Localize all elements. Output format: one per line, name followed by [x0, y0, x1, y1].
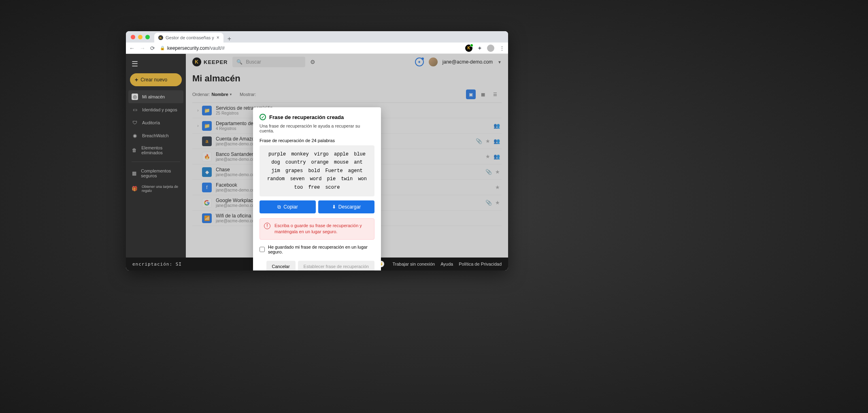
- sort-value[interactable]: Nombre: [211, 92, 228, 97]
- tab-title: Gestor de contraseñas y: [166, 35, 214, 40]
- wifi-icon: 📶: [202, 213, 212, 223]
- dialog-footer: Cancelar Establecer frase de recuperació…: [260, 261, 374, 270]
- filter-icon[interactable]: ⚙: [310, 59, 315, 65]
- avatar[interactable]: [429, 57, 438, 66]
- sidebar-item-addons[interactable]: ▦ Complementos seguros: [126, 165, 186, 181]
- share-icon[interactable]: 👥: [494, 123, 500, 129]
- confirm-checkbox-row[interactable]: He guardado mi frase de recuperación en …: [260, 245, 374, 254]
- browser-window: K Gestor de contraseñas y × + ← → ⟳ 🔒 ke…: [126, 31, 508, 270]
- chevron-down-icon[interactable]: ▼: [229, 93, 232, 96]
- copy-button[interactable]: ⧉ Copiar: [260, 200, 316, 213]
- back-button[interactable]: ←: [129, 45, 135, 51]
- star-icon[interactable]: ★: [495, 200, 500, 206]
- confirm-button[interactable]: Establecer frase de recuperación: [298, 261, 374, 270]
- forward-button[interactable]: →: [140, 45, 145, 51]
- view-switcher: ▣ ▦ ☰: [466, 89, 502, 99]
- warning-text: Escriba o guarde su frase de recuperació…: [274, 223, 370, 235]
- create-label: Crear nuevo: [140, 77, 167, 83]
- gift-icon: 🎁: [132, 185, 138, 192]
- logo: K KEEPER: [192, 57, 228, 66]
- cancel-button[interactable]: Cancelar: [266, 261, 296, 270]
- download-label: Descargar: [338, 204, 361, 210]
- keeper-extension-icon[interactable]: K: [465, 45, 472, 52]
- reload-button[interactable]: ⟳: [150, 45, 155, 51]
- download-button[interactable]: ⬇ Descargar: [318, 200, 374, 213]
- grid-view-icon[interactable]: ▦: [478, 89, 488, 99]
- star-icon[interactable]: ★: [495, 184, 500, 190]
- radar-icon: ◉: [132, 132, 138, 139]
- facebook-icon: f: [202, 183, 212, 192]
- sort-label: Ordenar:: [192, 92, 210, 97]
- menu-icon[interactable]: ⋮: [499, 45, 505, 51]
- sidebar-item-label: Complementos seguros: [141, 168, 180, 178]
- search-placeholder: Buscar: [246, 59, 261, 65]
- folder-view-icon[interactable]: ▣: [466, 89, 476, 99]
- warning-box: ! Escriba o guarde su frase de recuperac…: [260, 218, 374, 240]
- compass-icon[interactable]: ✦: [415, 57, 424, 66]
- sidebar-item-deleted[interactable]: 🗑 Elementos eliminados: [126, 142, 186, 158]
- star-icon[interactable]: ★: [485, 153, 490, 160]
- address-bar: ← → ⟳ 🔒 keepersecurity.com/vault/# K ✦ ⋮: [126, 43, 508, 54]
- list-view-icon[interactable]: ☰: [490, 89, 500, 99]
- share-icon[interactable]: 👥: [494, 138, 500, 144]
- sidebar-item-label: Auditoría: [142, 120, 160, 125]
- create-button[interactable]: + Crear nuevo: [130, 73, 182, 86]
- star-icon[interactable]: ★: [495, 169, 500, 175]
- hamburger-icon[interactable]: ☰: [126, 58, 186, 72]
- profile-icon[interactable]: [487, 45, 494, 52]
- vault-icon: ◎: [132, 94, 138, 100]
- chevron-right-icon[interactable]: ›: [194, 108, 202, 113]
- attachment-icon[interactable]: 📎: [485, 169, 492, 175]
- sidebar-item-label: Elementos eliminados: [141, 145, 180, 155]
- plus-icon: +: [135, 77, 138, 83]
- close-window[interactable]: [131, 35, 135, 39]
- url-path: /vault/#: [209, 45, 225, 51]
- phrase-label: Frase de recuperación de 24 palabras: [260, 138, 374, 143]
- trash-icon: 🗑: [132, 147, 137, 153]
- download-icon: ⬇: [332, 204, 336, 210]
- copy-icon: ⧉: [277, 204, 281, 210]
- privacy-link[interactable]: Política de Privacidad: [459, 262, 502, 266]
- dialog-actions: ⧉ Copiar ⬇ Descargar: [260, 200, 374, 213]
- warning-icon: !: [264, 223, 270, 229]
- amazon-icon: a: [202, 136, 212, 146]
- card-icon: ▭: [132, 106, 138, 113]
- dialog-title: Frase de recuperación creada: [269, 114, 344, 120]
- toolbar: Ordenar: Nombre ▼ Mostrar: ▣ ▦ ☰: [192, 89, 502, 99]
- sidebar-item-label: Identidad y pagos: [142, 107, 177, 112]
- encryption-status: encriptación: SI: [132, 262, 182, 267]
- attachment-icon[interactable]: 📎: [476, 138, 482, 144]
- url-field[interactable]: 🔒 keepersecurity.com/vault/#: [160, 45, 460, 51]
- search-icon: 🔍: [236, 59, 243, 65]
- dialog-description: Una frase de recuperación le ayuda a rec…: [260, 123, 374, 133]
- sidebar-item-breachwatch[interactable]: ◉ BreachWatch: [126, 129, 186, 142]
- search-input[interactable]: 🔍 Buscar: [232, 57, 305, 67]
- folder-icon: 📁: [202, 121, 212, 131]
- separator: [132, 162, 180, 162]
- maximize-window[interactable]: [145, 35, 150, 39]
- minimize-window[interactable]: [138, 35, 143, 39]
- new-tab-button[interactable]: +: [223, 35, 235, 43]
- close-tab-icon[interactable]: ×: [217, 35, 219, 40]
- check-icon: ✓: [260, 114, 266, 120]
- browser-tab[interactable]: K Gestor de contraseñas y ×: [154, 33, 223, 43]
- recovery-phrase-dialog: ✓ Frase de recuperación creada Una frase…: [253, 107, 381, 270]
- extensions-icon[interactable]: ✦: [477, 45, 482, 51]
- confirm-checkbox[interactable]: [260, 247, 265, 252]
- sidebar-item-gift[interactable]: 🎁 Obtener una tarjeta de regalo: [126, 181, 186, 196]
- chevron-right-icon[interactable]: ›: [194, 123, 202, 128]
- sidebar-item-label: Obtener una tarjeta de regalo: [142, 185, 180, 193]
- sidebar-item-audit[interactable]: 🛡 Auditoría: [126, 116, 186, 129]
- sidebar-item-vault[interactable]: ◎ Mi almacén: [128, 90, 183, 103]
- copy-label: Copiar: [283, 204, 298, 210]
- chevron-down-icon[interactable]: ▼: [498, 60, 502, 64]
- sidebar-item-identity[interactable]: ▭ Identidad y pagos: [126, 103, 186, 116]
- grid-icon: ▦: [132, 170, 137, 177]
- share-icon[interactable]: 👥: [494, 153, 500, 160]
- star-icon[interactable]: ★: [485, 138, 490, 144]
- checkbox-label: He guardado mi frase de recuperación en …: [268, 245, 374, 254]
- attachment-icon[interactable]: 📎: [485, 200, 492, 206]
- santander-icon: 🔥: [202, 152, 212, 162]
- help-link[interactable]: Ayuda: [440, 262, 453, 266]
- offline-link[interactable]: Trabajar sin conexión: [392, 262, 435, 266]
